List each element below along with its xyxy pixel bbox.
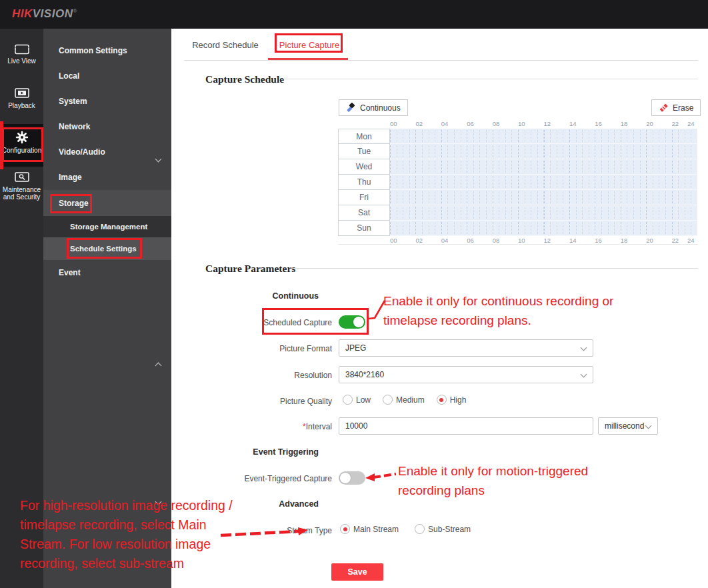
picture-quality-options: Low Medium High [343,395,466,405]
menu-label: Common Settings [59,46,127,55]
grid-underline [338,244,698,245]
time-label: 02 [415,120,423,127]
menu-item-system[interactable]: System [43,89,171,114]
chevron-up-icon [155,363,162,369]
radio-icon[interactable] [415,524,425,534]
capture-schedule-title: Capture Schedule [205,73,284,85]
picture-format-label: Picture Format [192,344,332,353]
resolution-value: 3840*2160 [345,370,384,379]
resolution-label: Resolution [192,371,332,380]
day-label: Mon [338,129,390,144]
event-triggered-capture-toggle[interactable] [339,471,365,485]
schedule-track-sun[interactable] [390,221,697,236]
interval-input[interactable] [339,417,593,435]
rail-item-live-view[interactable]: Live View [0,44,43,65]
interval-unit-select[interactable]: millisecond [598,417,658,435]
schedule-track-tue[interactable] [390,144,697,159]
time-label: 06 [467,120,474,127]
page: HIKVISION® Live View Playback [0,0,708,588]
brush-icon [346,103,356,113]
menu-label: System [59,97,87,106]
scheduled-capture-toggle[interactable] [339,315,365,329]
radio-selected-icon[interactable] [340,524,350,534]
rail-label-maintenance-2: and Security [3,193,41,201]
schedule-track-mon[interactable] [390,129,697,144]
quality-low-label: Low [356,395,371,405]
tab-record-schedule[interactable]: Record Schedule [189,40,262,50]
menu-item-storage-management[interactable]: Storage Management [43,216,171,237]
section-divider [292,268,698,269]
radio-icon[interactable] [383,395,393,405]
picture-format-select[interactable]: JPEG [339,339,593,357]
logo-hik: HIK [12,7,33,20]
time-label: 04 [441,237,449,244]
schedule-row-mon: Mon [338,129,698,144]
time-label: 24 [687,120,695,127]
radio-selected-icon[interactable] [437,395,447,405]
event-triggered-capture-label: Event-Triggered Capture [192,474,332,483]
time-label: 00 [390,120,397,127]
quality-option-medium[interactable]: Medium [383,395,425,405]
rail-item-playback[interactable]: Playback [0,88,43,109]
quality-option-high[interactable]: High [437,395,467,405]
maintenance-icon [15,172,29,183]
section-divider [283,79,698,79]
chevron-down-icon [645,423,652,429]
schedule-row-fri: Fri [338,190,698,205]
arrowhead-event-triggered [365,473,375,481]
connector-line-scheduled-capture [369,301,385,319]
menu-item-common-settings[interactable]: Common Settings [43,38,171,63]
scheduled-capture-label: Scheduled Capture [192,318,332,327]
chevron-down-icon [155,499,162,505]
time-label: 12 [544,120,551,127]
day-label: Sat [338,205,390,221]
time-label: 04 [441,120,449,127]
schedule-track-sat[interactable] [390,205,697,221]
menu-item-network[interactable]: Network [43,114,171,139]
rail-label-maintenance-1: Maintenance [3,186,41,193]
rail-item-maintenance-security[interactable]: Maintenance and Security [0,172,43,201]
continuous-brush-button[interactable]: Continuous [339,99,408,116]
save-button[interactable]: Save [331,563,383,581]
time-label: 18 [621,120,628,127]
menu-item-video-audio[interactable]: Video/Audio [43,139,171,165]
time-label: 16 [595,237,602,244]
stream-option-sub[interactable]: Sub-Stream [415,524,471,534]
sub-stream-label: Sub-Stream [428,525,471,534]
schedule-track-thu[interactable] [390,175,697,190]
chevron-down-icon [581,345,587,351]
schedule-row-wed: Wed [338,159,698,175]
menu-item-image[interactable]: Image [43,165,171,190]
hikvision-logo: HIKVISION® [12,7,77,21]
time-label: 22 [672,237,679,244]
tab-picture-capture[interactable]: Picture Capture [273,40,346,50]
toggle-knob [340,473,351,483]
time-label: 20 [646,120,653,127]
menu-label: Storage [59,199,89,208]
schedule-track-fri[interactable] [390,190,697,205]
time-axis-top: 00 02 04 06 08 10 12 14 16 18 20 22 24 [390,120,697,128]
stream-type-options: Main Stream Sub-Stream [340,524,471,534]
day-label: Thu [338,175,390,190]
resolution-select[interactable]: 3840*2160 [339,366,593,383]
time-label: 14 [569,120,577,127]
picture-format-value: JPEG [345,343,366,353]
stream-option-main[interactable]: Main Stream [340,524,399,534]
schedule-track-wed[interactable] [390,159,697,175]
time-label: 08 [493,237,500,244]
quality-option-low[interactable]: Low [343,395,371,405]
rail-label-configuration: Configuration [2,147,41,154]
menu-item-storage[interactable]: Storage [43,190,171,216]
logo-registered-mark: ® [73,8,77,14]
logo-vision: VISION [33,7,73,20]
continuous-heading: Continuous [192,291,319,301]
menu-item-event[interactable]: Event [43,260,171,285]
menu-item-schedule-settings[interactable]: Schedule Settings [43,237,171,260]
stream-type-label: Stream Type [192,526,332,535]
annotation-note-event-triggered: Enable it only for motion-triggered reco… [398,461,588,500]
radio-icon[interactable] [343,395,353,405]
interval-label: *Interval [192,422,332,431]
menu-item-local[interactable]: Local [43,63,171,89]
rail-item-configuration[interactable]: Configuration [0,131,43,154]
erase-button[interactable]: Erase [651,99,701,116]
